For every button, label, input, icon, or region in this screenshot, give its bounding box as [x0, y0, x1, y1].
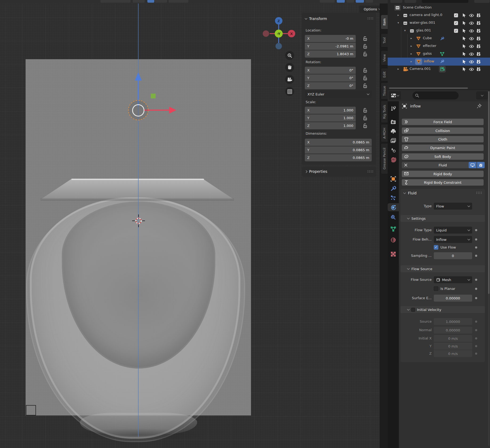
rotation-mode-dropdown[interactable]: XYZ Euler [305, 91, 372, 98]
animate-decorator[interactable] [475, 255, 477, 257]
panel-expand-icon[interactable] [305, 170, 307, 173]
scale-y-field[interactable]: Y 1.000 [305, 114, 356, 122]
cloth-button[interactable]: Cloth [402, 136, 484, 142]
use-flow-checkbox[interactable]: ✓ [434, 245, 438, 250]
lock-icon[interactable] [363, 36, 367, 41]
outliner-filter-button[interactable] [474, 0, 490, 3]
normal-field[interactable]: 0.00000 [434, 327, 472, 334]
pin-icon[interactable] [476, 103, 482, 109]
flow-source-dropdown[interactable]: Mesh [434, 276, 472, 283]
eye-icon[interactable] [469, 45, 474, 48]
selectable-icon[interactable] [462, 29, 466, 33]
surface-emission-field[interactable]: 0.00000 [434, 295, 472, 302]
tab-tissue[interactable]: Tissue [381, 82, 388, 99]
collection-checkbox[interactable]: ✓ [454, 13, 458, 17]
outliner-library-button[interactable] [404, 0, 416, 3]
dimensions-y-field[interactable]: Y 0.0865 m [305, 146, 372, 154]
tab-edit[interactable]: Edit [381, 68, 388, 81]
collection-checkbox[interactable]: ✓ [454, 29, 458, 33]
panel-collapse-icon[interactable] [403, 191, 406, 194]
render-visibility-icon[interactable] [476, 37, 481, 41]
tab-tool-properties[interactable] [388, 105, 399, 113]
expand-icon[interactable]: ▸ [411, 44, 412, 48]
settings-section-header[interactable]: Settings [400, 215, 485, 222]
eye-icon[interactable] [469, 22, 474, 25]
animate-decorator[interactable] [475, 229, 477, 231]
flow-source-section-header[interactable]: Flow Source [400, 265, 485, 272]
panel-collapse-icon[interactable] [305, 17, 307, 19]
header-chip-transform-pivot[interactable] [100, 0, 131, 3]
expand-icon[interactable]: ▸ [411, 52, 412, 55]
tab-grease-pencil[interactable]: Grease Pencil [381, 143, 388, 174]
tab-rig-tools[interactable]: Rig Tools [381, 101, 388, 123]
outliner-row-camera-001[interactable]: ▸ Camera.001 [388, 65, 490, 73]
outliner-search-input[interactable] [422, 0, 468, 3]
is-planar-checkbox[interactable] [434, 286, 438, 291]
ortho-grid-button[interactable] [285, 87, 294, 96]
lock-icon[interactable] [363, 115, 367, 121]
lock-icon[interactable] [363, 68, 367, 73]
fluid-viewport-toggle[interactable] [469, 162, 476, 168]
outliner-row-inflow[interactable]: ▸ inflow [388, 58, 490, 66]
nav-minus-z-ball[interactable] [276, 43, 282, 49]
lock-icon[interactable] [363, 123, 367, 128]
animate-decorator[interactable] [475, 329, 477, 331]
rotation-x-field[interactable]: X 0° [305, 67, 356, 74]
render-visibility-icon[interactable] [476, 44, 481, 48]
header-chip-snap-toggle[interactable] [147, 0, 154, 3]
navigation-axis-gizmo[interactable]: Z X -Y [260, 15, 298, 53]
pan-button[interactable] [285, 63, 294, 72]
outliner-row-camera-and-light[interactable]: ▸ camera and light.0 ✓ [388, 11, 490, 19]
eye-icon[interactable] [469, 37, 474, 40]
render-visibility-icon[interactable] [476, 21, 481, 25]
rigid-body-constraint-button[interactable]: Rigid Body Constraint [402, 179, 484, 186]
initial-z-field[interactable]: 0 m/s [434, 350, 472, 357]
selectable-icon[interactable] [462, 13, 466, 17]
outliner-newcollection-button[interactable] [390, 0, 402, 3]
header-chip-overlays[interactable] [346, 0, 354, 3]
initial-y-field[interactable]: 0 m/s [434, 343, 472, 350]
selectable-icon[interactable] [462, 21, 466, 25]
lock-icon[interactable] [363, 51, 367, 57]
initial-velocity-section-header[interactable]: Initial Velocity [400, 306, 485, 313]
selectable-icon[interactable] [462, 36, 466, 41]
collision-button[interactable]: Collision [402, 127, 484, 134]
render-visibility-icon[interactable] [476, 67, 481, 71]
zoom-button[interactable] [285, 51, 294, 60]
animate-decorator[interactable] [475, 321, 477, 323]
render-visibility-icon[interactable] [476, 60, 481, 64]
collapse-icon[interactable]: ▾ [404, 29, 406, 32]
sampling-field[interactable]: 0 [434, 252, 472, 259]
animate-decorator[interactable] [475, 246, 477, 249]
gizmo-x-axis-arrow[interactable] [169, 107, 176, 114]
outliner-row-effecter[interactable]: ▸ effecter [388, 42, 490, 50]
eye-icon[interactable] [469, 68, 474, 71]
expand-icon[interactable]: ▸ [398, 67, 399, 71]
outliner-row-water-glas[interactable]: ▾ water-glas.001 ✓ [388, 19, 490, 27]
location-x-field[interactable]: X -0 m [305, 35, 356, 42]
expand-icon[interactable]: ▸ [398, 13, 399, 17]
fluid-button-active[interactable]: Fluid [402, 162, 484, 168]
expand-icon[interactable]: ▸ [411, 60, 412, 63]
rotation-y-field[interactable]: Y 0° [305, 74, 356, 82]
fluid-type-dropdown[interactable]: Flow [434, 203, 472, 210]
render-visibility-icon[interactable] [476, 52, 481, 56]
animate-decorator[interactable] [475, 288, 477, 290]
animate-decorator[interactable] [475, 297, 477, 299]
header-chip-snap[interactable] [133, 0, 145, 3]
tab-object-properties[interactable] [388, 175, 399, 183]
expand-icon[interactable]: ▸ [411, 37, 412, 40]
properties-search-input[interactable] [412, 91, 459, 99]
outliner-row-glas[interactable]: ▾ glas.001 ✓ [388, 27, 490, 34]
tab-output-properties[interactable] [388, 127, 399, 135]
header-chip-snap-mode[interactable] [155, 0, 167, 3]
animate-decorator[interactable] [475, 345, 477, 347]
selectable-icon[interactable] [462, 67, 466, 71]
initial-velocity-checkbox[interactable] [411, 308, 415, 312]
tab-constraint-properties[interactable] [388, 213, 399, 221]
scale-x-field[interactable]: X 1.000 [305, 107, 356, 114]
tab-world-properties[interactable] [388, 155, 399, 163]
flow-type-dropdown[interactable]: Liquid [434, 227, 472, 234]
outliner-horizontal-scrollbar[interactable] [389, 87, 468, 89]
selectable-icon[interactable] [462, 59, 466, 64]
